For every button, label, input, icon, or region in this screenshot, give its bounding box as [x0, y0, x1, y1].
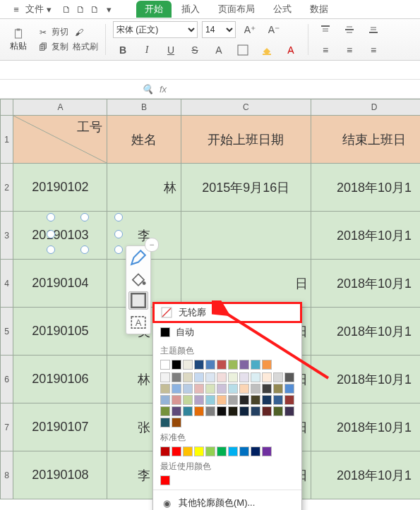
- cell[interactable]: 2018年10月1: [311, 164, 420, 212]
- col-header-c[interactable]: C: [181, 99, 311, 116]
- cell[interactable]: 20190107: [13, 403, 107, 451]
- color-swatch[interactable]: [239, 447, 249, 456]
- fill-color-button[interactable]: [257, 41, 277, 59]
- color-swatch[interactable]: [251, 447, 260, 456]
- color-swatch[interactable]: [262, 384, 272, 394]
- color-swatch[interactable]: [251, 384, 260, 394]
- color-swatch[interactable]: [183, 360, 193, 370]
- color-swatch[interactable]: [194, 360, 204, 370]
- cell-c1[interactable]: 开始上班日期: [181, 116, 311, 164]
- color-swatch[interactable]: [183, 406, 193, 416]
- strike-button[interactable]: S: [185, 41, 205, 59]
- color-swatch[interactable]: [239, 395, 249, 405]
- font-size-select[interactable]: 14: [202, 21, 236, 38]
- color-swatch[interactable]: [228, 395, 238, 405]
- color-swatch[interactable]: [160, 372, 170, 382]
- color-swatch[interactable]: [273, 406, 283, 416]
- color-swatch[interactable]: [228, 384, 238, 394]
- auto-color-item[interactable]: 自动: [153, 322, 301, 342]
- color-swatch[interactable]: [183, 384, 193, 394]
- cell-d1[interactable]: 结束上班日: [311, 116, 420, 164]
- color-swatch[interactable]: [273, 372, 283, 382]
- fill-tool-button[interactable]: [129, 270, 148, 287]
- font-style-button[interactable]: A: [209, 41, 229, 59]
- color-swatch[interactable]: [228, 447, 238, 456]
- color-swatch[interactable]: [262, 447, 272, 456]
- cut-button[interactable]: ✂剪切: [37, 26, 68, 39]
- more-colors-item[interactable]: ◉其他轮廓颜色(M)...: [153, 493, 301, 510]
- tab-insert[interactable]: 插入: [173, 1, 208, 18]
- tab-data[interactable]: 数据: [301, 1, 337, 18]
- color-swatch[interactable]: [262, 372, 272, 382]
- cell[interactable]: 2018年10月1: [311, 212, 420, 260]
- color-swatch[interactable]: [217, 395, 227, 405]
- color-swatch[interactable]: [194, 406, 204, 416]
- color-swatch[interactable]: [228, 406, 238, 416]
- color-swatch[interactable]: [284, 395, 294, 405]
- color-swatch[interactable]: [228, 360, 238, 370]
- color-swatch[interactable]: [217, 360, 227, 370]
- color-swatch[interactable]: [183, 372, 193, 382]
- collapse-icon[interactable]: −: [145, 238, 159, 252]
- color-swatch[interactable]: [194, 395, 204, 405]
- color-swatch[interactable]: [172, 372, 181, 382]
- color-swatch[interactable]: [273, 395, 283, 405]
- color-swatch[interactable]: [160, 395, 170, 405]
- tab-layout[interactable]: 页面布局: [210, 1, 263, 18]
- outline-tool-button[interactable]: [128, 291, 148, 310]
- row-header[interactable]: 7: [1, 403, 13, 451]
- color-swatch[interactable]: [262, 360, 272, 370]
- color-swatch[interactable]: [160, 447, 170, 456]
- color-swatch[interactable]: [239, 384, 249, 394]
- toolbar-icon-3[interactable]: 🗋: [88, 3, 101, 16]
- color-swatch[interactable]: [205, 395, 215, 405]
- col-header-b[interactable]: B: [107, 99, 181, 116]
- color-swatch[interactable]: [183, 395, 193, 405]
- color-swatch[interactable]: [251, 406, 260, 416]
- align-middle-button[interactable]: [340, 20, 359, 39]
- select-all-corner[interactable]: [1, 99, 13, 116]
- color-swatch[interactable]: [160, 406, 170, 416]
- color-swatch[interactable]: [194, 384, 204, 394]
- tab-start[interactable]: 开始: [136, 1, 172, 18]
- no-outline-item[interactable]: 无轮廓: [153, 303, 301, 322]
- align-center-button[interactable]: ≡: [340, 41, 359, 59]
- align-right-button[interactable]: ≡: [364, 41, 383, 59]
- color-swatch[interactable]: [205, 372, 215, 382]
- color-swatch[interactable]: [160, 475, 170, 485]
- cell-b1[interactable]: 姓名: [107, 116, 181, 164]
- row-header[interactable]: 8: [1, 451, 13, 499]
- color-swatch[interactable]: [194, 372, 204, 382]
- increase-font-button[interactable]: A⁺: [240, 20, 260, 39]
- toolbar-icon-1[interactable]: 🗋: [60, 3, 73, 16]
- color-swatch[interactable]: [160, 384, 170, 394]
- copy-button[interactable]: 🗐复制: [37, 41, 68, 54]
- col-header-a[interactable]: A: [13, 99, 107, 116]
- color-swatch[interactable]: [194, 447, 204, 456]
- color-swatch[interactable]: [239, 372, 249, 382]
- color-swatch[interactable]: [251, 372, 260, 382]
- row-header[interactable]: 4: [1, 260, 13, 308]
- color-swatch[interactable]: [205, 447, 215, 456]
- color-swatch[interactable]: [251, 395, 260, 405]
- color-swatch[interactable]: [183, 447, 193, 456]
- color-swatch[interactable]: [172, 418, 181, 427]
- col-header-d[interactable]: D: [311, 99, 420, 116]
- menu-file[interactable]: ≡ 文件 ▾: [3, 1, 59, 17]
- color-swatch[interactable]: [262, 406, 272, 416]
- border-button[interactable]: [233, 41, 253, 59]
- color-swatch[interactable]: [239, 406, 249, 416]
- formula-bar[interactable]: 🔍 fx: [0, 79, 420, 99]
- cell[interactable]: 林: [107, 164, 181, 212]
- cell[interactable]: 2018年10月1: [311, 260, 420, 308]
- color-swatch[interactable]: [284, 384, 294, 394]
- color-swatch[interactable]: [205, 384, 215, 394]
- row-header[interactable]: 5: [1, 308, 13, 356]
- cell[interactable]: 2018年10月1: [311, 403, 420, 451]
- color-swatch[interactable]: [228, 372, 238, 382]
- cell[interactable]: 日: [181, 260, 311, 308]
- row-header[interactable]: 6: [1, 356, 13, 403]
- toolbar-more[interactable]: ▾: [102, 3, 115, 16]
- align-top-button[interactable]: [316, 20, 335, 39]
- color-swatch[interactable]: [172, 406, 181, 416]
